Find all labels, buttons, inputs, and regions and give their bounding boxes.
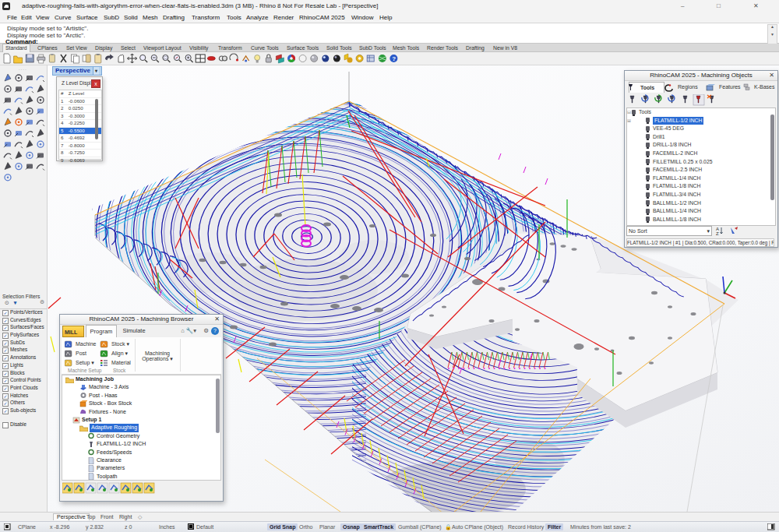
svg-text:?: ? <box>392 55 396 62</box>
svg-text:. . . .: . . . . <box>19 66 26 71</box>
svg-text:Z: Z <box>716 231 719 236</box>
